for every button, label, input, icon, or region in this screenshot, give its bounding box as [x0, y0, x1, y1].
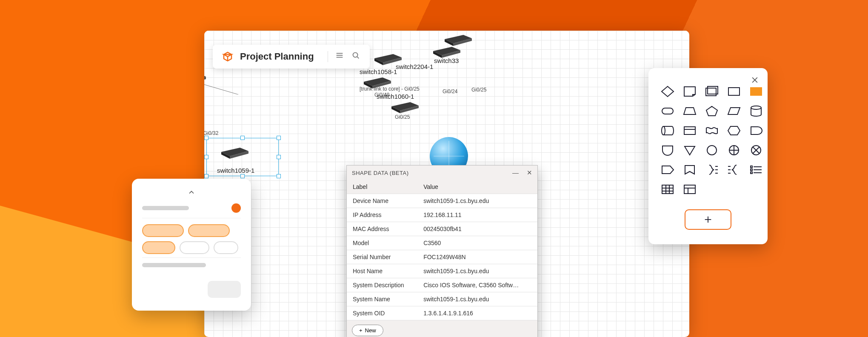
table-row[interactable]: Serial NumberFOC1249W48N — [347, 250, 537, 264]
svg-point-69 — [751, 106, 761, 109]
table-row[interactable]: System Nameswitch1059-1.cs.byu.edu — [347, 292, 537, 306]
table-row[interactable]: System OID1.3.6.1.4.1.9.1.616 — [347, 306, 537, 320]
filter-row — [142, 258, 241, 272]
menu-icon[interactable] — [335, 51, 344, 63]
svg-marker-67 — [706, 106, 717, 116]
filter-card[interactable] — [132, 179, 251, 311]
shape-triangle-down-icon[interactable] — [682, 144, 697, 157]
node-sublabel: [switch1059-3] - Gi0/32 — [204, 130, 218, 136]
switch-icon[interactable] — [221, 148, 248, 159]
prop-value: switch1059-1.cs.byu.edu — [417, 194, 537, 208]
shape-data-panel[interactable]: SHAPE DATA (BETA) — ✕ Label Value Device… — [346, 165, 538, 337]
panel-title: SHAPE DATA (BETA) — [352, 170, 408, 176]
filter-chip[interactable] — [180, 241, 209, 254]
shape-table-icon[interactable] — [660, 183, 675, 196]
status-dot-icon — [231, 203, 241, 213]
col-label: Label — [347, 180, 417, 194]
shape-diamond-icon[interactable] — [660, 85, 675, 98]
shape-cylinder-icon[interactable] — [749, 105, 763, 117]
table-row[interactable]: Device Nameswitch1059-1.cs.byu.edu — [347, 194, 537, 208]
shape-banner-icon[interactable] — [682, 163, 697, 176]
table-row[interactable]: System DescriptionCisco IOS Software, C3… — [347, 278, 537, 292]
svg-marker-73 — [728, 126, 740, 135]
shape-card-icon[interactable] — [682, 124, 697, 137]
svg-marker-51 — [224, 54, 231, 57]
add-shape-button[interactable] — [685, 209, 731, 230]
prop-value: switch1059-1.cs.byu.edu — [417, 292, 537, 306]
prop-label: MAC Address — [347, 222, 417, 236]
shape-fill-rect-icon[interactable] — [749, 85, 763, 98]
document-title[interactable]: Project Planning — [240, 51, 314, 62]
shape-hcylinder-icon[interactable] — [660, 124, 675, 137]
prop-label: Serial Number — [347, 250, 417, 264]
prop-value: C3560 — [417, 236, 537, 250]
svg-marker-68 — [728, 108, 740, 114]
shape-shield-icon[interactable] — [660, 144, 675, 157]
filter-chip[interactable] — [142, 241, 175, 254]
node-sublabel: [trunk link to core] - Gi0/25 — [360, 86, 420, 92]
switch-icon[interactable] — [433, 47, 460, 58]
svg-line-57 — [357, 57, 359, 58]
svg-rect-100 — [684, 185, 695, 194]
shape-tag-icon[interactable] — [660, 163, 675, 176]
svg-marker-82 — [662, 166, 674, 174]
shape-pill-icon[interactable] — [660, 105, 675, 117]
switch-icon[interactable] — [204, 73, 206, 84]
lucid-logo-icon — [222, 51, 233, 62]
svg-point-75 — [707, 146, 717, 155]
port-label: Gi0/25 — [471, 87, 486, 93]
port-label: Gi0/24 — [443, 89, 457, 94]
svg-rect-65 — [662, 108, 673, 114]
svg-marker-66 — [684, 108, 696, 114]
svg-point-56 — [353, 53, 357, 57]
switch-icon[interactable] — [391, 102, 419, 113]
shape-header-table-icon[interactable] — [682, 183, 697, 196]
prop-value: switch1059-1.cs.byu.edu — [417, 264, 537, 278]
shape-circle-x-icon[interactable] — [749, 144, 763, 157]
shape-circle-plus-icon[interactable] — [727, 144, 741, 157]
svg-line-2 — [204, 80, 234, 94]
search-icon[interactable] — [351, 51, 360, 63]
chevron-up-icon[interactable] — [142, 188, 241, 198]
shape-note-icon[interactable] — [682, 85, 697, 98]
svg-line-3 — [204, 80, 332, 94]
svg-point-70 — [662, 126, 665, 135]
minimize-icon[interactable]: — — [512, 169, 519, 177]
prop-value: 192.168.11.11 — [417, 208, 537, 222]
node-label: switch1059-1 — [217, 167, 254, 174]
close-icon[interactable]: ✕ — [527, 169, 533, 177]
shape-grid — [660, 85, 756, 196]
svg-marker-22 — [204, 77, 206, 84]
prop-value: FOC1249W48N — [417, 250, 537, 264]
svg-rect-71 — [684, 127, 695, 134]
shape-hexagon-icon[interactable] — [727, 124, 741, 137]
table-row[interactable]: MAC Address00245030fb41 — [347, 222, 537, 236]
shape-brace-right-icon[interactable] — [705, 163, 719, 176]
shape-trapezoid-icon[interactable] — [682, 105, 697, 117]
shape-brace-left-icon[interactable] — [727, 163, 741, 176]
table-row[interactable]: ModelC3560 — [347, 236, 537, 250]
table-row[interactable]: Host Nameswitch1059-1.cs.byu.edu — [347, 264, 537, 278]
svg-rect-90 — [751, 169, 752, 171]
svg-rect-91 — [751, 172, 752, 174]
close-icon[interactable] — [751, 76, 759, 86]
shape-parallelogram-icon[interactable] — [727, 105, 741, 117]
new-property-button[interactable]: + New — [352, 325, 383, 336]
filter-chip[interactable] — [214, 241, 238, 254]
svg-rect-64 — [751, 88, 762, 95]
shape-wave-icon[interactable] — [705, 124, 719, 137]
apply-button[interactable] — [208, 281, 241, 298]
filter-chip[interactable] — [188, 224, 230, 237]
shape-double-rect-icon[interactable] — [705, 85, 719, 98]
svg-rect-95 — [662, 185, 673, 194]
filter-chip[interactable] — [142, 224, 184, 237]
shapes-palette[interactable] — [648, 68, 768, 244]
shape-dshape-icon[interactable] — [749, 124, 763, 137]
shape-pentagon-icon[interactable] — [705, 105, 719, 117]
shape-rect-icon[interactable] — [727, 85, 741, 98]
shape-list-icon[interactable] — [749, 163, 763, 176]
switch-icon[interactable] — [445, 35, 472, 46]
shape-circle-icon[interactable] — [705, 144, 719, 157]
filter-chips — [142, 218, 241, 258]
table-row[interactable]: IP Address192.168.11.11 — [347, 208, 537, 222]
